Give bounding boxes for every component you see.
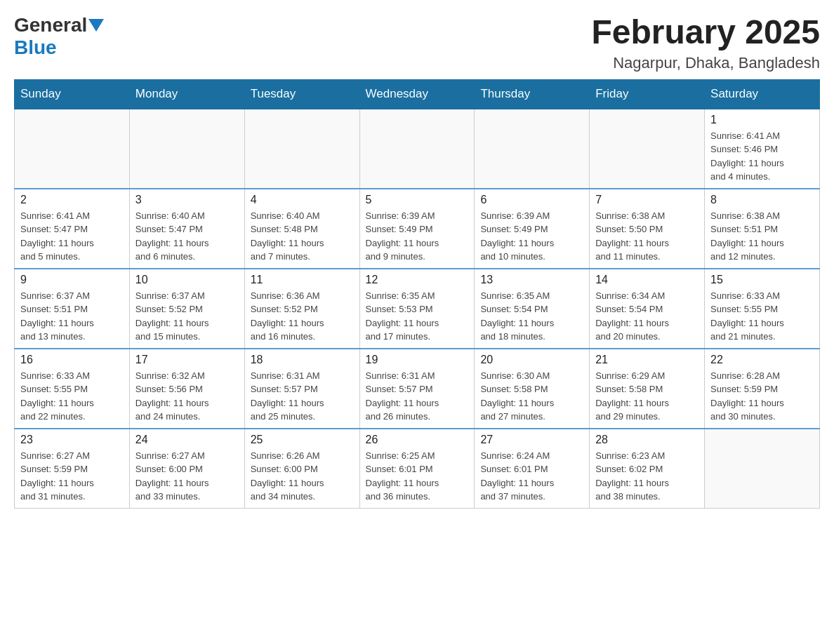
day-info: Sunrise: 6:37 AM Sunset: 5:52 PM Dayligh… [135,289,239,344]
calendar-header-wednesday: Wednesday [359,79,475,109]
day-number: 22 [710,354,814,366]
day-info: Sunrise: 6:40 AM Sunset: 5:47 PM Dayligh… [135,209,239,264]
calendar-cell: 28Sunrise: 6:23 AM Sunset: 6:02 PM Dayli… [590,429,705,509]
day-number: 7 [595,194,699,206]
calendar-cell: 6Sunrise: 6:39 AM Sunset: 5:49 PM Daylig… [475,189,590,269]
month-title: February 2025 [591,14,820,51]
calendar-cell: 4Sunrise: 6:40 AM Sunset: 5:48 PM Daylig… [244,189,359,269]
day-info: Sunrise: 6:31 AM Sunset: 5:57 PM Dayligh… [366,369,469,424]
calendar-cell: 13Sunrise: 6:35 AM Sunset: 5:54 PM Dayli… [475,269,590,349]
calendar-cell [15,109,130,189]
day-number: 4 [251,194,354,206]
calendar-cell: 25Sunrise: 6:26 AM Sunset: 6:00 PM Dayli… [244,429,359,509]
calendar-header-friday: Friday [590,79,705,109]
calendar-cell: 26Sunrise: 6:25 AM Sunset: 6:01 PM Dayli… [359,429,475,509]
day-number: 8 [710,194,814,206]
title-section: February 2025 Nagarpur, Dhaka, Banglades… [591,14,820,72]
day-number: 20 [480,354,583,366]
calendar-cell: 1Sunrise: 6:41 AM Sunset: 5:46 PM Daylig… [705,109,820,189]
calendar-cell: 14Sunrise: 6:34 AM Sunset: 5:54 PM Dayli… [590,269,705,349]
calendar-cell [129,109,244,189]
calendar-cell: 8Sunrise: 6:38 AM Sunset: 5:51 PM Daylig… [705,189,820,269]
calendar-cell: 16Sunrise: 6:33 AM Sunset: 5:55 PM Dayli… [15,349,130,429]
calendar-week-row: 2Sunrise: 6:41 AM Sunset: 5:47 PM Daylig… [15,189,820,269]
day-number: 19 [366,354,469,366]
day-info: Sunrise: 6:28 AM Sunset: 5:59 PM Dayligh… [710,369,814,424]
calendar-header-saturday: Saturday [705,79,820,109]
calendar-week-row: 1Sunrise: 6:41 AM Sunset: 5:46 PM Daylig… [15,109,820,189]
day-number: 10 [135,274,239,286]
calendar-cell: 3Sunrise: 6:40 AM Sunset: 5:47 PM Daylig… [129,189,244,269]
calendar-cell: 19Sunrise: 6:31 AM Sunset: 5:57 PM Dayli… [359,349,475,429]
day-number: 5 [366,194,469,206]
day-number: 18 [251,354,354,366]
calendar-cell: 12Sunrise: 6:35 AM Sunset: 5:53 PM Dayli… [359,269,475,349]
calendar-cell [359,109,475,189]
day-info: Sunrise: 6:35 AM Sunset: 5:53 PM Dayligh… [366,289,469,344]
logo-triangle-icon [88,19,104,32]
calendar-header-tuesday: Tuesday [244,79,359,109]
day-info: Sunrise: 6:36 AM Sunset: 5:52 PM Dayligh… [251,289,354,344]
day-info: Sunrise: 6:35 AM Sunset: 5:54 PM Dayligh… [480,289,583,344]
day-number: 23 [20,434,124,446]
day-info: Sunrise: 6:37 AM Sunset: 5:51 PM Dayligh… [20,289,124,344]
day-info: Sunrise: 6:33 AM Sunset: 5:55 PM Dayligh… [20,369,124,424]
calendar-cell: 21Sunrise: 6:29 AM Sunset: 5:58 PM Dayli… [590,349,705,429]
calendar-cell: 7Sunrise: 6:38 AM Sunset: 5:50 PM Daylig… [590,189,705,269]
day-info: Sunrise: 6:27 AM Sunset: 5:59 PM Dayligh… [20,449,124,504]
calendar-cell: 23Sunrise: 6:27 AM Sunset: 5:59 PM Dayli… [15,429,130,509]
day-info: Sunrise: 6:29 AM Sunset: 5:58 PM Dayligh… [595,369,699,424]
calendar-cell: 24Sunrise: 6:27 AM Sunset: 6:00 PM Dayli… [129,429,244,509]
day-info: Sunrise: 6:38 AM Sunset: 5:50 PM Dayligh… [595,209,699,264]
day-info: Sunrise: 6:30 AM Sunset: 5:58 PM Dayligh… [480,369,583,424]
calendar-week-row: 9Sunrise: 6:37 AM Sunset: 5:51 PM Daylig… [15,269,820,349]
calendar-cell: 15Sunrise: 6:33 AM Sunset: 5:55 PM Dayli… [705,269,820,349]
location-text: Nagarpur, Dhaka, Bangladesh [591,54,820,72]
calendar-cell: 22Sunrise: 6:28 AM Sunset: 5:59 PM Dayli… [705,349,820,429]
logo: General Blue [14,14,104,59]
logo-general-text: General [14,14,87,36]
page-header: General Blue February 2025 Nagarpur, Dha… [14,14,820,72]
day-number: 17 [135,354,239,366]
day-number: 3 [135,194,239,206]
day-number: 27 [480,434,583,446]
calendar-cell [244,109,359,189]
day-info: Sunrise: 6:24 AM Sunset: 6:01 PM Dayligh… [480,449,583,504]
calendar-cell: 11Sunrise: 6:36 AM Sunset: 5:52 PM Dayli… [244,269,359,349]
day-info: Sunrise: 6:33 AM Sunset: 5:55 PM Dayligh… [710,289,814,344]
day-number: 13 [480,274,583,286]
calendar-week-row: 16Sunrise: 6:33 AM Sunset: 5:55 PM Dayli… [15,349,820,429]
day-number: 21 [595,354,699,366]
calendar-cell: 5Sunrise: 6:39 AM Sunset: 5:49 PM Daylig… [359,189,475,269]
calendar-header-row: SundayMondayTuesdayWednesdayThursdayFrid… [15,79,820,109]
day-number: 1 [710,114,814,126]
day-info: Sunrise: 6:27 AM Sunset: 6:00 PM Dayligh… [135,449,239,504]
day-info: Sunrise: 6:41 AM Sunset: 5:46 PM Dayligh… [710,129,814,184]
calendar-cell [590,109,705,189]
day-info: Sunrise: 6:38 AM Sunset: 5:51 PM Dayligh… [710,209,814,264]
calendar-cell: 17Sunrise: 6:32 AM Sunset: 5:56 PM Dayli… [129,349,244,429]
day-info: Sunrise: 6:23 AM Sunset: 6:02 PM Dayligh… [595,449,699,504]
day-number: 16 [20,354,124,366]
day-number: 14 [595,274,699,286]
calendar-cell: 27Sunrise: 6:24 AM Sunset: 6:01 PM Dayli… [475,429,590,509]
day-info: Sunrise: 6:41 AM Sunset: 5:47 PM Dayligh… [20,209,124,264]
day-number: 24 [135,434,239,446]
day-number: 15 [710,274,814,286]
logo-blue-text: Blue [14,36,57,58]
day-number: 6 [480,194,583,206]
calendar-header-thursday: Thursday [475,79,590,109]
day-number: 25 [251,434,354,446]
calendar-cell: 9Sunrise: 6:37 AM Sunset: 5:51 PM Daylig… [15,269,130,349]
svg-marker-0 [88,19,104,32]
calendar-header-sunday: Sunday [15,79,130,109]
calendar-cell: 18Sunrise: 6:31 AM Sunset: 5:57 PM Dayli… [244,349,359,429]
calendar-week-row: 23Sunrise: 6:27 AM Sunset: 5:59 PM Dayli… [15,429,820,509]
day-info: Sunrise: 6:34 AM Sunset: 5:54 PM Dayligh… [595,289,699,344]
day-number: 26 [366,434,469,446]
calendar-cell: 2Sunrise: 6:41 AM Sunset: 5:47 PM Daylig… [15,189,130,269]
day-info: Sunrise: 6:25 AM Sunset: 6:01 PM Dayligh… [366,449,469,504]
calendar-cell: 10Sunrise: 6:37 AM Sunset: 5:52 PM Dayli… [129,269,244,349]
day-info: Sunrise: 6:31 AM Sunset: 5:57 PM Dayligh… [251,369,354,424]
day-number: 12 [366,274,469,286]
